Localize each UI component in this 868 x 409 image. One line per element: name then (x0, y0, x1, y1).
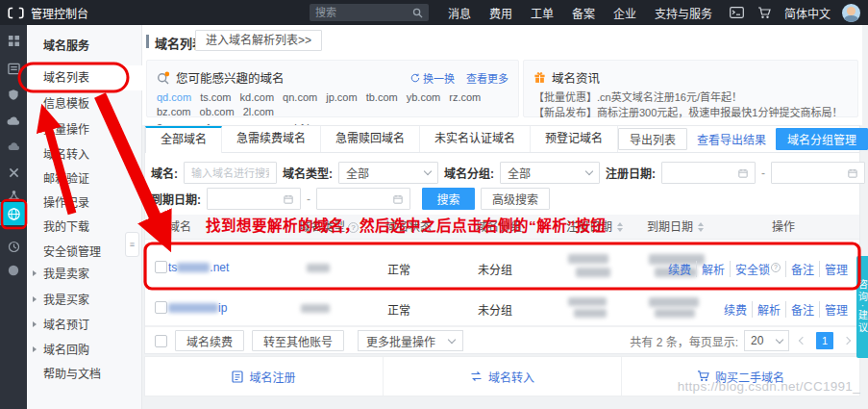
page-size-select[interactable]: 20 (744, 330, 789, 351)
sidebar-item-domain-list[interactable]: 域名列表 (27, 65, 142, 90)
goto-dns-list-button[interactable]: 进入域名解析列表>> (195, 30, 322, 51)
sidebar-item-buyback[interactable]: 域名回购 (27, 338, 142, 363)
domain-search-field[interactable] (184, 162, 277, 184)
shield-icon[interactable] (0, 83, 27, 106)
col-exp-date[interactable]: 到期日期 (647, 215, 704, 240)
product-list-icon[interactable] (0, 57, 27, 80)
advanced-search-button[interactable]: 高级搜索 (481, 188, 550, 210)
tab-redeem-urgent[interactable]: 急需赎回域名 (321, 126, 420, 152)
console-logo[interactable]: 管理控制台 (8, 5, 88, 21)
renew-link[interactable]: 续费 (719, 301, 752, 318)
chevron-down-icon (424, 167, 432, 175)
sort-icon[interactable] (698, 222, 704, 232)
domain-group-manage-button[interactable]: 域名分组管理 (776, 128, 868, 150)
prev-page-button[interactable] (795, 333, 810, 348)
nav-billing[interactable]: 费用 (489, 5, 512, 21)
sidebar-item-op-records[interactable]: 操作记录 (27, 191, 142, 216)
domain-search-input[interactable] (191, 167, 269, 179)
search-button[interactable]: 搜索 (422, 188, 475, 210)
domain-discovery-icon (157, 71, 170, 85)
nav-support[interactable]: 支持与服务 (655, 5, 712, 21)
suggested-domain-first[interactable]: qd.com (157, 91, 191, 103)
batch-renew-button[interactable]: 域名续费 (175, 330, 244, 351)
cart-icon[interactable] (757, 7, 771, 19)
expdate-end-input[interactable] (316, 188, 410, 210)
sidebar-item-seller[interactable]: 我是卖家 (27, 262, 142, 287)
sidebar-item-batch-ops[interactable]: 批量操作 (27, 117, 142, 142)
date-range-separator: - (307, 192, 310, 206)
tab-renew-urgent[interactable]: 急需续费域名 (222, 126, 321, 152)
news-item[interactable]: 【新品发布】商标注册300元起，极速申报最快1分钟提交商标局！ (524, 105, 857, 120)
top-nav-links: 消息 费用 工单 备案 企业 支持与服务 (448, 5, 712, 21)
domain-name-link[interactable]: ts.net (168, 261, 229, 274)
language-switch[interactable]: 简体中文 (784, 5, 831, 21)
sidebar-item-transfer-in[interactable]: 域名转入 (27, 142, 142, 167)
nav-tickets[interactable]: 工单 (531, 5, 554, 21)
table-row[interactable]: ip 正常 未分组 续费 解析 备注 管理 (145, 290, 859, 326)
tab-preregistered[interactable]: 预登记域名 (531, 126, 618, 152)
nav-messages[interactable]: 消息 (448, 5, 471, 21)
batch-action-bar: 域名续费 转至其他账号 更多批量操作 共有 2 条，每页显示: 20 1 (145, 326, 859, 354)
resolve-link[interactable]: 解析 (752, 301, 785, 318)
sidebar-title: 域名服务 (43, 37, 89, 53)
cloud-brackets-icon (8, 7, 24, 19)
select-all-checkbox[interactable] (155, 335, 167, 347)
redacted-text (168, 303, 218, 313)
manage-link[interactable]: 管理 (819, 261, 853, 277)
sidebar-collapse-handle[interactable]: ≡ (125, 232, 139, 257)
avatar[interactable] (842, 4, 860, 22)
suggested-domains-line1[interactable]: qd.com ts.com kd.com qn.com jp.com tb.co… (147, 89, 518, 120)
domain-group-select[interactable]: 全部 (500, 162, 600, 184)
sort-icon[interactable] (617, 222, 623, 232)
next-page-button[interactable] (839, 333, 855, 348)
current-page-button[interactable]: 1 (816, 332, 833, 349)
close-icon[interactable] (0, 161, 27, 184)
feedback-tab[interactable]: 咨询·建议 (856, 256, 868, 358)
domain-type-select[interactable]: 全部 (338, 162, 438, 184)
table-row[interactable]: ts.net 正常 未分组 续费 解析 安全锁? 备注 管理 (145, 244, 859, 290)
batch-transfer-button[interactable]: 转至其他账号 (252, 330, 344, 351)
tab-unverified[interactable]: 未实名认证域名 (420, 126, 531, 152)
sidebar-item-email-verify[interactable]: 邮箱验证 (27, 166, 142, 192)
app-grid-icon[interactable] (0, 29, 27, 52)
export-list-button[interactable]: 导出列表 (618, 128, 687, 150)
global-search[interactable] (310, 4, 429, 21)
row-checkbox[interactable] (155, 301, 167, 314)
security-lock-link[interactable]: 安全锁? (730, 261, 785, 277)
history-icon[interactable] (0, 235, 27, 258)
cloud-icon[interactable] (0, 109, 27, 132)
sidebar-item-help-docs[interactable]: 帮助与文档 (27, 362, 142, 387)
nav-icp[interactable]: 备案 (572, 5, 595, 21)
remark-link[interactable]: 备注 (785, 261, 819, 277)
cloud-solid-icon[interactable] (0, 135, 27, 158)
transfer-in-link[interactable]: 域名转入 (384, 357, 622, 396)
sidebar-item-info-template[interactable]: 信息模板 (27, 91, 142, 116)
title-accent-bar (146, 35, 149, 48)
nav-enterprise[interactable]: 企业 (613, 5, 636, 21)
calendar-icon (393, 194, 403, 204)
register-domain-link[interactable]: 域名注册 (145, 357, 384, 396)
select-all-checkbox[interactable] (155, 220, 167, 233)
resolve-link[interactable]: 解析 (696, 261, 730, 277)
refresh-domains-link[interactable]: 换一换 (410, 70, 455, 86)
terminal-icon[interactable] (730, 7, 744, 18)
profile-dot-icon[interactable] (0, 259, 27, 282)
chevron-down-icon (776, 335, 783, 343)
sidebar-item-preorder[interactable]: 域名预订 (27, 313, 142, 338)
tab-all-domains[interactable]: 全部域名 (145, 126, 222, 153)
row-checkbox[interactable] (155, 261, 167, 273)
sidebar-item-buyer[interactable]: 我是买家 (27, 288, 142, 313)
view-more-domains-link[interactable]: 查看更多 (466, 70, 508, 86)
more-batch-ops-dropdown[interactable]: 更多批量操作 (358, 330, 463, 351)
news-item[interactable]: 【批量优惠】.cn英文域名注册16元/首年起！ (524, 89, 857, 105)
remark-link[interactable]: 备注 (785, 301, 819, 318)
global-search-input[interactable] (315, 7, 412, 18)
view-export-result-link[interactable]: 查看导出结果 (697, 131, 766, 147)
manage-link[interactable]: 管理 (819, 301, 853, 318)
expdate-start-input[interactable] (207, 188, 301, 210)
renew-link[interactable]: 续费 (663, 261, 696, 277)
regdate-start-input[interactable] (661, 162, 756, 184)
globe-icon[interactable] (0, 202, 27, 225)
regdate-end-input[interactable] (771, 162, 865, 184)
domain-name-link[interactable]: ip (168, 301, 227, 315)
